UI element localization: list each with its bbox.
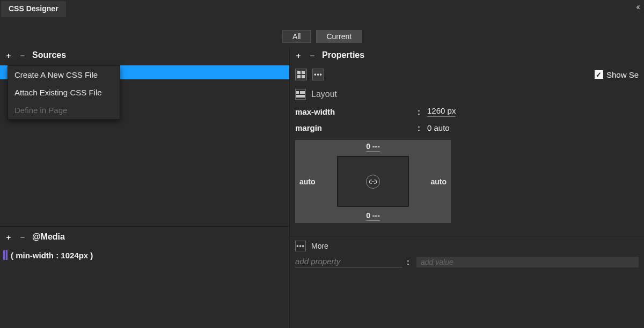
menu-attach-existing-css[interactable]: Attach Existing CSS File [8,84,120,101]
properties-add-button[interactable]: + [294,51,303,60]
sources-heading: Sources [32,50,66,60]
layout-icon [295,89,306,100]
category-more-button[interactable]: ••• [312,69,324,80]
margin-top-value[interactable]: 0 --- [366,142,380,152]
mode-tabs: All Current [0,30,644,44]
prop-val-margin[interactable]: 0 auto [427,123,450,132]
sources-remove-button[interactable]: − [18,51,27,60]
divider [290,236,644,236]
media-heading: @Media [32,232,65,242]
layout-group-title: Layout [311,90,337,99]
more-icon: ••• [295,241,306,251]
media-remove-button[interactable]: − [18,233,27,242]
sources-header: + − Sources [0,48,289,65]
add-value-input[interactable]: add value [416,257,639,267]
property-category-row: ••• ✓ Show Se [290,65,644,84]
tab-current[interactable]: Current [316,30,362,43]
margin-right-value[interactable]: auto [430,177,447,186]
media-add-button[interactable]: + [4,233,13,242]
collapse-panel-icon[interactable]: ‹‹ [636,2,639,12]
menu-create-new-css[interactable]: Create A New CSS File [8,66,120,84]
colon: : [418,107,423,116]
link-values-icon[interactable] [366,175,380,189]
margin-box-model[interactable]: 0 --- 0 --- auto auto [295,140,451,223]
ellipsis-icon: ••• [314,71,323,78]
prop-margin[interactable]: margin : 0 auto [290,120,644,136]
prop-val-max-width[interactable]: 1260 px [427,106,456,117]
margin-bottom-value[interactable]: 0 --- [366,211,380,221]
category-layout-button[interactable] [295,69,307,80]
properties-header: + − Properties [290,48,644,65]
layout-group-header: Layout [290,84,644,103]
menu-define-in-page: Define in Page [8,101,120,119]
prop-max-width[interactable]: max-width : 1260 px [290,103,644,120]
properties-remove-button[interactable]: − [308,51,317,60]
prop-key-margin: margin [295,123,413,132]
colon: : [407,258,412,266]
show-set-toggle[interactable]: ✓ Show Se [595,70,639,79]
grid-icon [297,71,305,78]
sources-add-menu: Create A New CSS File Attach Existing CS… [8,65,120,120]
tab-all[interactable]: All [282,30,311,43]
colon: : [418,123,423,132]
panel-tab-css-designer[interactable]: CSS Designer [1,1,66,17]
show-set-label: Show Se [606,70,639,79]
add-property-input[interactable]: add property [295,257,402,267]
more-group-header: ••• More [290,237,644,255]
media-header: + − @Media [0,230,289,247]
sources-add-button[interactable]: + [4,51,13,60]
show-set-checkbox[interactable]: ✓ [595,70,603,79]
media-query-item[interactable]: ( min-width : 1024px ) [0,247,289,263]
margin-left-value[interactable]: auto [299,177,316,186]
media-query-text: ( min-width : 1024px ) [11,251,93,260]
properties-heading: Properties [322,50,364,60]
prop-key-max-width: max-width [295,107,413,116]
content-box [337,156,409,207]
more-group-title: More [311,242,328,250]
media-query-bracket-icon [3,250,8,260]
